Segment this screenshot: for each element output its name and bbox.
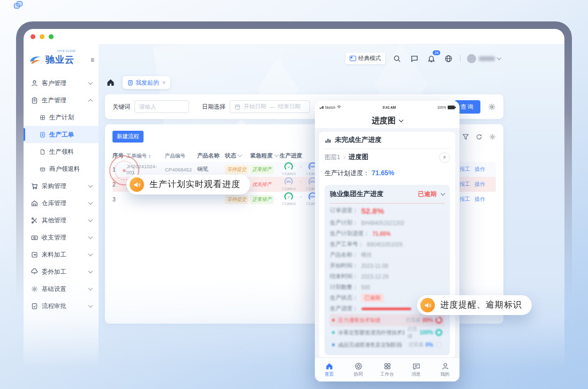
group-header[interactable]: 驰业集团生产进度 已逾期 [330, 185, 444, 204]
status-badge: 等待提交 [225, 195, 248, 204]
sidebar-item-outsourcing[interactable]: 委外加工 [24, 263, 99, 280]
sidebar-item-purchase[interactable]: 采购管理 [24, 177, 99, 194]
sidebar-item-production[interactable]: 生产管理 [24, 92, 99, 109]
material-in-icon [31, 251, 38, 258]
tools-icon [31, 217, 38, 224]
group-progress-panel: 驰业集团生产进度 已逾期 订单进度：52.8% 生产计划：BH484051521… [325, 185, 450, 355]
search-icon[interactable] [391, 53, 402, 64]
priority-badge: 正常排产 [250, 195, 274, 204]
tab-my-initiated[interactable]: 我发起的 × [123, 76, 170, 89]
table-settings-gear-icon[interactable] [489, 133, 496, 140]
notification-bell-icon[interactable]: 24 [426, 53, 436, 64]
tab-bar: 我发起的 × [106, 76, 170, 89]
breadcrumb: 图层1 › 进度图 » [325, 149, 450, 166]
date-range-input[interactable]: 开始日期 — 结束日期 [230, 100, 310, 113]
doc-icon [127, 80, 133, 86]
workbench-icon [383, 362, 391, 370]
chevron-down-icon [497, 56, 501, 60]
sidebar-item-production-plan[interactable]: 生产计划 [24, 109, 99, 126]
phone-page-title: 进度图 [315, 111, 459, 130]
sidebar-item-other[interactable]: 其他管理 [24, 212, 99, 229]
filter-settings-gear-icon[interactable] [488, 103, 496, 111]
nav-messages[interactable]: 消息 [402, 358, 431, 381]
profile-icon [441, 362, 449, 370]
plan-progress-row: 生产计划进度： 71.65% [325, 166, 450, 181]
nav-collaboration[interactable]: 协同 [344, 358, 373, 381]
wifi-icon [337, 106, 341, 109]
sidebar-item-settings[interactable]: 基础设置 [24, 280, 99, 297]
task-dot [332, 343, 335, 346]
logo-swoosh-icon [29, 55, 43, 65]
detail-row: 产品名称：螺丝 [330, 250, 444, 260]
detail-row: 结束时间：2023-12-29 [330, 271, 444, 282]
status-filter-chevron-icon[interactable] [238, 153, 242, 157]
task-row[interactable]: 成品完成喷漆售卖定制阶段 已完成0% [330, 339, 444, 351]
sidebar-item-finance[interactable]: 收支管理 [24, 229, 99, 246]
sidebar-collapse-icon[interactable]: ≡ [91, 56, 94, 64]
home-icon[interactable] [106, 78, 115, 87]
frames-icon [14, 1, 22, 9]
chevron-down-icon[interactable] [399, 117, 403, 122]
task-row[interactable]: 冷寒定型塑造浸洗纤维技术调试 已完成100% [330, 326, 444, 339]
status-badge: 等待提交 [225, 165, 248, 174]
close-window-button[interactable] [31, 34, 35, 39]
notification-count-badge: 24 [433, 50, 440, 55]
action-link-more[interactable]: 操作 [474, 166, 485, 173]
sidebar-item-incoming-material[interactable]: 来料加工 [24, 246, 99, 263]
minimize-window-button[interactable] [40, 34, 44, 39]
sidebar-item-approval[interactable]: 流程审批 [24, 297, 99, 315]
speaker-icon [130, 177, 144, 192]
layout-icon [350, 56, 356, 61]
group-details-blurred: 订单进度：52.8% 生产计划：BH484051521202 生产计划进度：71… [330, 204, 444, 351]
sidebar-item-warehouse[interactable]: 仓库管理 [24, 194, 99, 212]
nav-home[interactable]: 首页 [315, 358, 344, 381]
avatar [467, 54, 476, 63]
maximize-window-button[interactable] [49, 34, 54, 39]
action-link-report[interactable]: 报工 [459, 196, 470, 203]
chevron-down-icon [441, 191, 445, 196]
clipboard-icon [31, 97, 38, 104]
process-gauge: ✓工艺路线(1) [280, 192, 298, 206]
money-icon [31, 234, 38, 241]
priority-filter-chevron-icon[interactable] [274, 153, 278, 157]
breadcrumb-layer[interactable]: 图层1 [325, 153, 340, 161]
sidebar-item-production-material[interactable]: 生产领料 [24, 143, 99, 160]
phone-statusbar: Sketch 9:41 AM 100% [315, 101, 459, 111]
phone-nav-bar: 首页 协同 工作台 消息 我的 [315, 357, 459, 381]
message-icon[interactable] [409, 53, 419, 64]
approval-icon [31, 303, 38, 310]
breadcrumb-current: 进度图 [349, 153, 369, 162]
overdue-status-badge: 已逾期 [418, 190, 437, 198]
sidebar-item-customer[interactable]: 客户管理 [24, 74, 99, 92]
action-link-more[interactable]: 操作 [474, 196, 485, 203]
refresh-icon[interactable] [476, 133, 483, 140]
sort-icon[interactable]: ▲▼ [148, 154, 151, 158]
task-row[interactable]: 压力灌浆技术制造 已完成89% [330, 314, 444, 326]
detail-row: 计划数量：500 [330, 282, 444, 293]
bar-chart-icon [325, 137, 331, 144]
doc-grid-icon [40, 115, 46, 121]
messages-icon [412, 362, 420, 370]
logo-text: 驰业云 [46, 55, 74, 65]
detail-row: 订单进度：52.8% [330, 204, 444, 218]
user-menu[interactable] [467, 54, 501, 63]
sidebar-item-production-order[interactable]: 生产工单 [24, 126, 99, 143]
action-link-report[interactable]: 报工 [459, 166, 470, 173]
end-date-placeholder: 结束日期 [278, 103, 300, 110]
classic-mode-button[interactable]: 经典模式 [345, 53, 385, 64]
language-globe-icon[interactable] [443, 53, 454, 64]
progress-ring [435, 317, 442, 324]
nav-workbench[interactable]: 工作台 [373, 358, 402, 381]
priority-badge: 正常排产 [250, 165, 274, 174]
sidebar-item-merchant-return[interactable]: 商户领退料 [24, 160, 99, 177]
speaker-icon [420, 298, 435, 312]
filter-funnel-icon[interactable] [462, 133, 469, 140]
new-process-button[interactable]: 新建流程 [112, 131, 144, 143]
detail-row: 生产计划：BH484051521202 [330, 218, 444, 228]
action-link-more[interactable]: 操作 [474, 181, 485, 188]
action-link-report[interactable]: 报工 [459, 181, 470, 188]
close-tab-icon[interactable]: × [162, 80, 165, 86]
collapse-button[interactable]: » [439, 152, 450, 163]
nav-profile[interactable]: 我的 [431, 358, 459, 381]
keyword-input[interactable] [134, 100, 189, 113]
